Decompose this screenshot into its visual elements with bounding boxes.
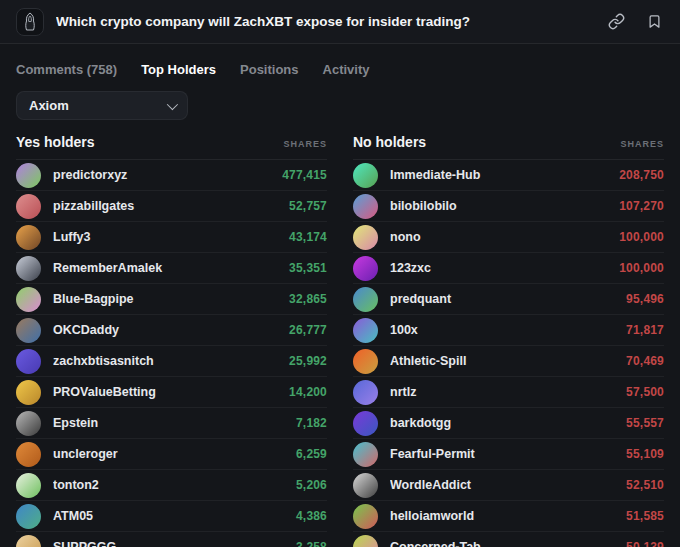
- holder-avatar: [353, 287, 378, 312]
- holder-row[interactable]: predictorxyz477,415: [16, 160, 327, 191]
- holder-avatar: [353, 349, 378, 374]
- holder-row[interactable]: RememberAmalek35,351: [16, 253, 327, 284]
- tab-positions[interactable]: Positions: [240, 62, 299, 77]
- holder-shares: 70,469: [626, 354, 664, 368]
- column-title: Yes holders: [16, 134, 95, 150]
- column-title: No holders: [353, 134, 426, 150]
- holder-shares: 4,386: [296, 509, 327, 523]
- holder-avatar: [16, 349, 41, 374]
- holder-row[interactable]: nrtlz57,500: [353, 377, 664, 408]
- holder-row[interactable]: ATM054,386: [16, 501, 327, 532]
- holder-avatar: [353, 473, 378, 498]
- holder-row[interactable]: bilobilobilo107,270: [353, 191, 664, 222]
- holder-row[interactable]: pizzabillgates52,757: [16, 191, 327, 222]
- holder-row[interactable]: Athletic-Spill70,469: [353, 346, 664, 377]
- holder-row[interactable]: zachxbtisasnitch25,992: [16, 346, 327, 377]
- holder-row[interactable]: Immediate-Hub208,750: [353, 160, 664, 191]
- bookmark-button[interactable]: [645, 11, 664, 32]
- holder-shares: 35,351: [289, 261, 327, 275]
- holder-row[interactable]: Luffy343,174: [16, 222, 327, 253]
- holder-shares: 52,510: [626, 478, 664, 492]
- holder-row[interactable]: 123zxc100,000: [353, 253, 664, 284]
- holder-avatar: [353, 225, 378, 250]
- holder-shares: 5,206: [296, 478, 327, 492]
- holder-avatar: [353, 256, 378, 281]
- holder-name: predictorxyz: [53, 168, 282, 182]
- holder-avatar: [353, 194, 378, 219]
- holder-avatar: [16, 225, 41, 250]
- holder-row[interactable]: SUPPGGG3,258: [16, 532, 327, 547]
- tab-activity[interactable]: Activity: [323, 62, 370, 77]
- holder-name: Concerned-Tab: [390, 540, 626, 547]
- holder-row[interactable]: uncleroger6,259: [16, 439, 327, 470]
- holder-row[interactable]: tonton25,206: [16, 470, 327, 501]
- copy-link-button[interactable]: [606, 11, 627, 32]
- holder-row[interactable]: Epstein7,182: [16, 408, 327, 439]
- holder-avatar: [16, 287, 41, 312]
- holder-row[interactable]: helloiamworld51,585: [353, 501, 664, 532]
- bookmark-icon: [647, 13, 662, 30]
- holder-shares: 51,585: [626, 509, 664, 523]
- holder-shares: 55,557: [626, 416, 664, 430]
- holder-avatar: [353, 504, 378, 529]
- shares-label: SHARES: [620, 139, 664, 149]
- filter-row: Axiom: [0, 77, 680, 120]
- holder-shares: 95,496: [626, 292, 664, 306]
- holders-columns: Yes holders SHARES predictorxyz477,415pi…: [0, 120, 680, 547]
- market-select-dropdown[interactable]: Axiom: [16, 91, 188, 120]
- holder-name: helloiamworld: [390, 509, 626, 523]
- chevron-down-icon: [167, 98, 178, 109]
- holder-row[interactable]: PROValueBetting14,200: [16, 377, 327, 408]
- holder-row[interactable]: WordleAddict52,510: [353, 470, 664, 501]
- holder-shares: 50,139: [626, 540, 664, 547]
- holder-avatar: [16, 411, 41, 436]
- holder-avatar: [353, 380, 378, 405]
- holder-name: PROValueBetting: [53, 385, 289, 399]
- holder-avatar: [16, 194, 41, 219]
- holder-shares: 14,200: [289, 385, 327, 399]
- holder-name: SUPPGGG: [53, 540, 296, 547]
- holders-list: predictorxyz477,415pizzabillgates52,757L…: [16, 160, 327, 547]
- holder-name: Athletic-Spill: [390, 354, 626, 368]
- holder-row[interactable]: predquant95,496: [353, 284, 664, 315]
- holder-row[interactable]: Blue-Bagpipe32,865: [16, 284, 327, 315]
- holder-avatar: [16, 318, 41, 343]
- hooded-figure-icon: [22, 12, 38, 32]
- holder-shares: 100,000: [619, 230, 664, 244]
- holder-shares: 32,865: [289, 292, 327, 306]
- holder-row[interactable]: 100x71,817: [353, 315, 664, 346]
- shares-label: SHARES: [283, 139, 327, 149]
- holder-row[interactable]: OKCDaddy26,777: [16, 315, 327, 346]
- column-header: No holders SHARES: [353, 134, 664, 160]
- tab-comments[interactable]: Comments (758): [16, 62, 117, 77]
- holder-name: barkdotgg: [390, 416, 626, 430]
- holder-avatar: [16, 504, 41, 529]
- holder-row[interactable]: nono100,000: [353, 222, 664, 253]
- holder-shares: 52,757: [289, 199, 327, 213]
- holder-name: nrtlz: [390, 385, 626, 399]
- market-avatar: [16, 8, 44, 36]
- holder-name: tonton2: [53, 478, 296, 492]
- holder-name: ATM05: [53, 509, 296, 523]
- holder-shares: 71,817: [626, 323, 664, 337]
- holder-shares: 107,270: [619, 199, 664, 213]
- holder-shares: 7,182: [296, 416, 327, 430]
- holder-shares: 100,000: [619, 261, 664, 275]
- tab-top-holders[interactable]: Top Holders: [141, 62, 216, 77]
- dropdown-selected-value: Axiom: [29, 98, 69, 113]
- column-header: Yes holders SHARES: [16, 134, 327, 160]
- holder-row[interactable]: Fearful-Permit55,109: [353, 439, 664, 470]
- holder-name: predquant: [390, 292, 626, 306]
- holder-name: Epstein: [53, 416, 296, 430]
- holder-avatar: [353, 318, 378, 343]
- holder-shares: 25,992: [289, 354, 327, 368]
- holder-avatar: [353, 411, 378, 436]
- holder-shares: 55,109: [626, 447, 664, 461]
- yes-holders-column: Yes holders SHARES predictorxyz477,415pi…: [16, 134, 327, 547]
- holder-avatar: [16, 473, 41, 498]
- tab-bar: Comments (758) Top Holders Positions Act…: [0, 44, 680, 77]
- holder-row[interactable]: barkdotgg55,557: [353, 408, 664, 439]
- holder-avatar: [16, 535, 41, 547]
- holder-shares: 57,500: [626, 385, 664, 399]
- holder-row[interactable]: Concerned-Tab50,139: [353, 532, 664, 547]
